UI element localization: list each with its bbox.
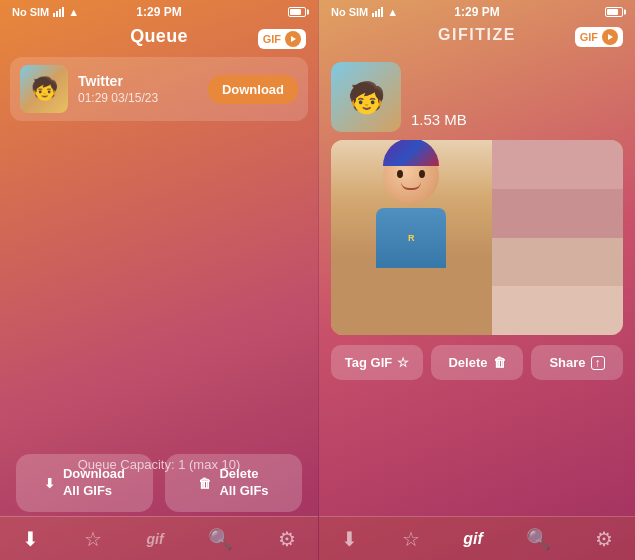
top-row: 🧒 1.53 MB xyxy=(331,62,623,132)
tab-search-left[interactable]: 🔍 xyxy=(208,527,233,551)
tab-star-right[interactable]: ☆ xyxy=(402,527,420,551)
share-label: Share xyxy=(549,355,585,370)
action-row: Tag GIF ☆ Delete 🗑 Share ↑ xyxy=(331,345,623,380)
queue-info: Twitter 01:29 03/15/23 xyxy=(78,73,198,105)
battery-right xyxy=(605,7,623,17)
play-button-left[interactable] xyxy=(285,31,301,47)
gif-badge-label-left: GIF xyxy=(263,33,281,45)
tab-search-right[interactable]: 🔍 xyxy=(526,527,551,551)
trash-icon: 🗑 xyxy=(493,355,506,370)
delete-label: Delete xyxy=(448,355,487,370)
delete-all-icon: 🗑 xyxy=(198,476,211,491)
gif-badge-label-right: GIF xyxy=(580,31,598,43)
battery-left xyxy=(288,7,306,17)
gif-badge-left[interactable]: GIF xyxy=(258,29,306,49)
queue-source: Twitter xyxy=(78,73,198,89)
delete-button[interactable]: Delete 🗑 xyxy=(431,345,523,380)
tab-bar-left: ⬇ ☆ gif 🔍 ⚙ xyxy=(0,516,318,560)
time-right: 1:29 PM xyxy=(454,5,499,19)
tab-bar-right: ⬇ ☆ gif 🔍 ⚙ xyxy=(319,516,635,560)
page-title-right: GIFITIZE xyxy=(438,26,516,44)
signal-icon-left xyxy=(53,7,64,17)
tab-download-left[interactable]: ⬇ xyxy=(22,527,39,551)
queue-item: 🧒 Twitter 01:29 03/15/23 Download xyxy=(10,57,308,121)
share-icon: ↑ xyxy=(591,356,605,370)
main-preview: R xyxy=(331,140,623,335)
page-title-left: Queue xyxy=(130,26,188,47)
delete-all-label: DeleteAll GIFs xyxy=(219,466,268,500)
download-button[interactable]: Download xyxy=(208,75,298,104)
header-right: GIFITIZE GIF xyxy=(319,20,635,54)
download-all-button[interactable]: ⬇ DownloadAll GIFs xyxy=(16,454,153,512)
tab-gif-left[interactable]: gif xyxy=(146,531,163,547)
right-content: 🧒 1.53 MB xyxy=(319,54,635,560)
right-panel: No SIM ▲ 1:29 PM GIFITIZE GIF 🧒 1.53 MB xyxy=(318,0,635,560)
carrier-label-left: No SIM xyxy=(12,6,49,18)
play-button-right[interactable] xyxy=(602,29,618,45)
wifi-icon-right: ▲ xyxy=(387,6,398,18)
signal-icon-right xyxy=(372,7,383,17)
queue-thumbnail: 🧒 xyxy=(20,65,68,113)
tag-gif-button[interactable]: Tag GIF ☆ xyxy=(331,345,423,380)
avatar-left: 🧒 xyxy=(20,65,68,113)
carrier-label-right: No SIM xyxy=(331,6,368,18)
status-bar-right: No SIM ▲ 1:29 PM xyxy=(319,0,635,20)
carrier-wifi-left: No SIM ▲ xyxy=(12,6,79,18)
delete-all-button[interactable]: 🗑 DeleteAll GIFs xyxy=(165,454,302,512)
small-preview: 🧒 xyxy=(331,62,401,132)
queue-meta: 01:29 03/15/23 xyxy=(78,91,198,105)
left-panel: No SIM ▲ 1:29 PM Queue GIF 🧒 Twitter xyxy=(0,0,318,560)
tab-download-right[interactable]: ⬇ xyxy=(341,527,358,551)
tab-settings-left[interactable]: ⚙ xyxy=(278,527,296,551)
download-all-label: DownloadAll GIFs xyxy=(63,466,125,500)
gif-badge-right[interactable]: GIF xyxy=(575,27,623,47)
time-left: 1:29 PM xyxy=(136,5,181,19)
tag-gif-icon: ☆ xyxy=(397,355,409,370)
download-all-icon: ⬇ xyxy=(44,476,55,491)
tab-settings-right[interactable]: ⚙ xyxy=(595,527,613,551)
file-size: 1.53 MB xyxy=(411,111,467,128)
tab-gif-right[interactable]: gif xyxy=(463,530,483,548)
tab-star-left[interactable]: ☆ xyxy=(84,527,102,551)
bottom-actions: ⬇ DownloadAll GIFs 🗑 DeleteAll GIFs xyxy=(0,454,318,512)
carrier-wifi-right: No SIM ▲ xyxy=(331,6,398,18)
share-button[interactable]: Share ↑ xyxy=(531,345,623,380)
header-left: Queue GIF xyxy=(0,20,318,57)
status-bar-left: No SIM ▲ 1:29 PM xyxy=(0,0,318,20)
tag-gif-label: Tag GIF xyxy=(345,355,392,370)
wifi-icon-left: ▲ xyxy=(68,6,79,18)
